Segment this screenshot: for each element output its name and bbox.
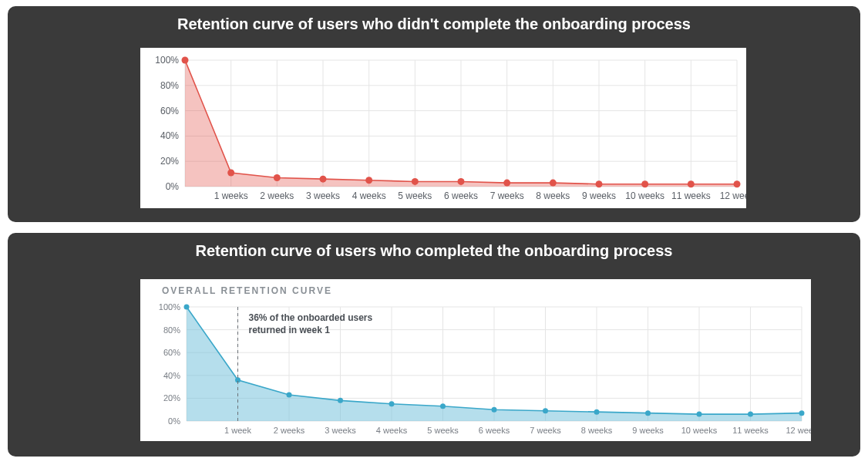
- data-point: [320, 176, 327, 183]
- svg-text:60%: 60%: [160, 106, 179, 116]
- svg-text:3 weeks: 3 weeks: [306, 190, 340, 201]
- svg-text:4 weeks: 4 weeks: [376, 426, 408, 435]
- svg-text:80%: 80%: [160, 80, 179, 91]
- data-point: [594, 409, 600, 415]
- svg-text:9 weeks: 9 weeks: [582, 190, 616, 201]
- svg-text:100%: 100%: [155, 55, 179, 66]
- data-point: [287, 392, 292, 397]
- svg-text:6 weeks: 6 weeks: [479, 426, 510, 435]
- svg-text:9 weeks: 9 weeks: [632, 426, 664, 435]
- svg-text:60%: 60%: [163, 348, 180, 357]
- svg-text:5 weeks: 5 weeks: [398, 190, 432, 201]
- svg-text:11 weeks: 11 weeks: [671, 190, 711, 201]
- svg-text:2 weeks: 2 weeks: [274, 426, 305, 435]
- chart-not-onboarded: 0%20%40%60%80%100%1 weeks2 weeks3 weeks4…: [140, 48, 746, 208]
- card-onboarded: Retention curve of users who completed t…: [8, 233, 860, 457]
- data-point: [799, 410, 805, 416]
- data-point: [492, 407, 497, 413]
- data-point: [440, 403, 446, 409]
- svg-text:8 weeks: 8 weeks: [536, 190, 570, 201]
- data-point: [412, 178, 419, 185]
- svg-text:7 weeks: 7 weeks: [490, 190, 524, 201]
- svg-text:1 week: 1 week: [224, 426, 251, 435]
- data-point: [365, 177, 372, 184]
- annotation-text: returned in week 1: [249, 325, 331, 335]
- data-point: [503, 180, 510, 187]
- data-point: [596, 180, 603, 187]
- data-point: [389, 401, 395, 406]
- data-point: [748, 412, 753, 417]
- svg-text:40%: 40%: [160, 130, 179, 141]
- data-point: [697, 412, 702, 417]
- svg-text:40%: 40%: [163, 371, 180, 380]
- svg-text:20%: 20%: [160, 156, 179, 167]
- svg-text:6 weeks: 6 weeks: [444, 190, 478, 201]
- data-point: [543, 408, 548, 413]
- svg-text:10 weeks: 10 weeks: [681, 426, 718, 435]
- card-title-bottom: Retention curve of users who completed t…: [8, 242, 860, 260]
- card-not-onboarded: Retention curve of users who didn't comp…: [8, 6, 860, 222]
- data-point: [338, 398, 343, 403]
- data-point: [227, 169, 234, 176]
- data-point: [184, 305, 190, 310]
- svg-text:2 weeks: 2 weeks: [260, 190, 294, 201]
- svg-text:7 weeks: 7 weeks: [530, 426, 561, 435]
- data-point: [458, 178, 465, 185]
- svg-text:0%: 0%: [166, 181, 180, 192]
- svg-text:10 weeks: 10 weeks: [625, 190, 664, 201]
- svg-text:5 weeks: 5 weeks: [427, 426, 459, 435]
- data-point: [641, 180, 648, 187]
- svg-text:12 week: 12 week: [786, 426, 811, 435]
- chart-onboarded: OVERALL RETENTION CURVE 0%20%40%60%80%10…: [140, 279, 811, 441]
- chart-subtitle: OVERALL RETENTION CURVE: [162, 285, 332, 296]
- data-point: [645, 410, 651, 416]
- data-point: [182, 57, 189, 64]
- svg-text:4 weeks: 4 weeks: [352, 190, 386, 201]
- svg-text:12 week: 12 week: [720, 190, 746, 201]
- annotation-text: 36% of the onboarded users: [249, 312, 373, 323]
- data-point: [734, 180, 741, 187]
- data-point: [274, 174, 281, 181]
- svg-text:100%: 100%: [159, 302, 180, 312]
- card-title-top: Retention curve of users who didn't comp…: [8, 15, 860, 33]
- svg-text:3 weeks: 3 weeks: [325, 426, 356, 435]
- svg-text:8 weeks: 8 weeks: [581, 426, 613, 435]
- svg-text:11 weeks: 11 weeks: [732, 426, 769, 435]
- svg-text:20%: 20%: [163, 393, 180, 403]
- svg-text:0%: 0%: [168, 416, 180, 426]
- data-point: [550, 180, 557, 187]
- svg-text:80%: 80%: [163, 325, 180, 335]
- data-point: [688, 180, 695, 187]
- svg-text:1 weeks: 1 weeks: [214, 190, 248, 201]
